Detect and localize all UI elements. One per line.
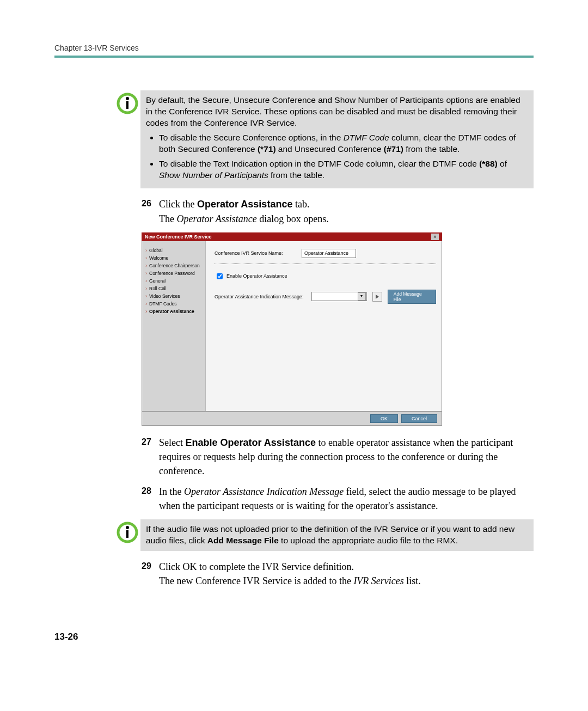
enable-operator-label: Enable Operator Assistance xyxy=(226,273,287,279)
dialog-title: New Conference IVR Service xyxy=(145,234,212,240)
chapter-header: Chapter 13-IVR Services xyxy=(54,44,534,52)
note-icon xyxy=(114,519,140,543)
indication-message-dropdown[interactable]: ▾ xyxy=(311,292,367,301)
enable-operator-checkbox[interactable] xyxy=(217,273,223,279)
indication-message-label: Operator Assistance Indication Message: xyxy=(215,294,306,299)
svg-point-1 xyxy=(126,97,129,100)
svg-rect-6 xyxy=(126,530,128,538)
note1-bullet-2: To disable the Text Indication option in… xyxy=(159,158,528,181)
step-28-text: In the Operator Assistance Indication Me… xyxy=(159,485,534,513)
sidebar-item-dtmf[interactable]: ›DTMF Codes xyxy=(144,300,203,308)
header-rule xyxy=(54,56,534,58)
svg-rect-2 xyxy=(126,101,128,109)
step-27-text: Select Enable Operator Assistance to ena… xyxy=(159,436,534,478)
step-26-text: Click the Operator Assistance tab. The O… xyxy=(159,197,534,225)
service-name-label: Conference IVR Service Name: xyxy=(215,250,296,256)
step-28-number: 28 xyxy=(142,485,159,513)
sidebar-item-global[interactable]: ›Global xyxy=(144,247,203,254)
step-27-number: 27 xyxy=(142,436,159,478)
dialog-screenshot: New Conference IVR Service × ›Global ›We… xyxy=(142,232,442,426)
service-name-input[interactable] xyxy=(302,249,356,258)
note-box-1: By default, the Secure, Unsecure Confere… xyxy=(140,90,534,188)
dialog-sidebar: ›Global ›Welcome ›Conference Chairperson… xyxy=(142,241,205,411)
chevron-down-icon: ▾ xyxy=(358,292,366,301)
sidebar-item-operator[interactable]: ›Operator Assistance xyxy=(144,308,203,315)
note-box-2: If the audio file was not uploaded prior… xyxy=(140,519,534,551)
cancel-button[interactable]: Cancel xyxy=(401,414,437,423)
sidebar-item-chairperson[interactable]: ›Conference Chairperson xyxy=(144,262,203,269)
sidebar-item-rollcall[interactable]: ›Roll Call xyxy=(144,285,203,292)
sidebar-item-video[interactable]: ›Video Services xyxy=(144,292,203,300)
note1-bullet-1: To disable the Secure Conference options… xyxy=(159,132,528,155)
sidebar-item-welcome[interactable]: ›Welcome xyxy=(144,254,203,262)
sidebar-item-general[interactable]: ›General xyxy=(144,277,203,285)
ok-button[interactable]: OK xyxy=(370,414,398,423)
note1-intro: By default, the Secure, Unsecure Confere… xyxy=(146,95,520,127)
close-icon[interactable]: × xyxy=(431,234,439,240)
step-29-number: 29 xyxy=(142,560,159,588)
step-29-text: Click OK to complete the IVR Service def… xyxy=(159,560,534,588)
step-26-number: 26 xyxy=(142,197,159,225)
divider xyxy=(215,263,436,264)
svg-marker-3 xyxy=(376,295,379,299)
note-icon xyxy=(114,90,140,114)
add-message-file-button[interactable]: Add Message File xyxy=(388,290,436,304)
svg-point-5 xyxy=(126,526,129,529)
sidebar-item-password[interactable]: ›Conference Password xyxy=(144,269,203,277)
page-number: 13-26 xyxy=(54,632,534,642)
play-icon[interactable] xyxy=(372,292,382,302)
